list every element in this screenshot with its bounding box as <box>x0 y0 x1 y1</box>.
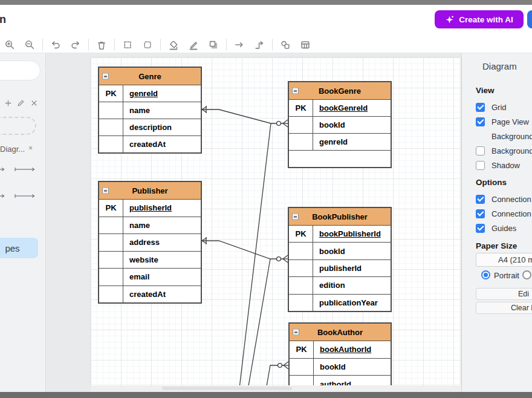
table-row[interactable]: PKbookAuthorId <box>290 341 391 358</box>
toolbar-separator <box>42 39 43 51</box>
checkbox-background-c[interactable]: Background C <box>462 143 532 158</box>
table-header[interactable]: BookAuthor <box>290 324 391 341</box>
line-color-icon[interactable] <box>186 38 201 52</box>
table-row[interactable]: name <box>99 102 201 119</box>
edit-pencil-icon[interactable] <box>16 99 26 108</box>
er-table-publisher[interactable]: PublisherPKpublisherIdnameaddresswebsite… <box>98 181 202 304</box>
field-cell: name <box>123 102 201 119</box>
table-row[interactable]: authorId <box>290 375 391 385</box>
table-row[interactable]: PKgenreId <box>99 85 201 102</box>
shape-preview-arrow[interactable] <box>0 191 6 202</box>
table-row[interactable]: bookId <box>290 358 391 376</box>
er-table-bookgenre[interactable]: BookGenrePKbookGenreIdbookIdgenreId <box>288 81 392 168</box>
collapse-icon[interactable] <box>292 88 299 94</box>
checkbox-grid[interactable]: Grid <box>462 100 532 114</box>
table-row[interactable]: publisherId <box>289 259 391 276</box>
checkbox-page-view[interactable]: Page View <box>462 114 532 129</box>
orientation-radio-group: Portrait <box>462 270 532 280</box>
shape-preview-line-arrow[interactable] <box>15 165 36 175</box>
empty-table-row[interactable] <box>289 150 391 167</box>
insert-shape-icon[interactable] <box>278 38 293 52</box>
close-icon[interactable] <box>30 99 39 108</box>
add-icon[interactable] <box>4 99 13 108</box>
shape-preview-line-arrow[interactable] <box>15 191 36 202</box>
checkbox[interactable] <box>476 209 485 218</box>
table-header[interactable]: Genre <box>99 68 201 85</box>
toolbar <box>0 36 532 53</box>
delete-icon[interactable] <box>94 38 109 52</box>
pk-cell <box>289 117 313 133</box>
table-row[interactable]: address <box>99 233 201 251</box>
secondary-action-button[interactable] <box>527 10 532 28</box>
undo-icon[interactable] <box>48 38 63 52</box>
pk-cell <box>99 269 123 285</box>
table-title: Genre <box>138 72 161 81</box>
collapse-icon[interactable] <box>293 329 299 336</box>
link-background[interactable]: Background <box>462 129 532 143</box>
connector-icon[interactable] <box>252 38 267 52</box>
zoom-in-icon[interactable] <box>2 38 17 52</box>
table-row[interactable]: bookId <box>289 116 391 133</box>
panel-tab-diagram[interactable]: Diagram <box>482 61 517 71</box>
horizontal-scrollbar-thumb[interactable] <box>162 387 292 390</box>
table-row[interactable]: bookId <box>289 242 391 259</box>
checkbox[interactable] <box>476 146 485 155</box>
table-header[interactable]: BookPublisher <box>289 208 391 225</box>
create-with-ai-label: Create with AI <box>459 15 513 24</box>
checkbox[interactable] <box>476 161 485 170</box>
table-row[interactable]: website <box>99 251 201 269</box>
collapse-icon[interactable] <box>102 73 109 80</box>
table-header[interactable]: Publisher <box>99 182 201 199</box>
landscape-radio[interactable] <box>522 270 531 279</box>
redo-icon[interactable] <box>68 38 83 52</box>
checkbox-shadow[interactable]: Shadow <box>462 158 532 172</box>
table-row[interactable]: createdAt <box>99 285 201 303</box>
edit-diagram-button[interactable]: Edi <box>476 288 532 300</box>
clear-default-style-button[interactable]: Clear D <box>476 302 532 314</box>
shadow-icon[interactable] <box>206 38 221 52</box>
insert-table-icon[interactable] <box>298 38 313 52</box>
er-table-bookpublisher[interactable]: BookPublisherPKbookPublisherIdbookIdpubl… <box>288 207 392 312</box>
table-row[interactable]: name <box>99 217 201 234</box>
horizontal-scrollbar-track[interactable] <box>91 385 461 392</box>
checkbox-guides[interactable]: Guides <box>462 221 532 235</box>
shape-preview-arrow[interactable] <box>0 165 6 175</box>
table-row[interactable]: edition <box>289 276 391 293</box>
er-table-genre[interactable]: GenrePKgenreIdnamedescriptioncreatedAt <box>98 67 202 154</box>
paste-size-icon[interactable] <box>140 38 155 52</box>
table-row[interactable]: publicationYear <box>289 294 391 311</box>
collapse-icon[interactable] <box>292 214 299 220</box>
create-with-ai-button[interactable]: Create with AI <box>435 10 524 28</box>
table-row[interactable]: PKbookGenreId <box>289 99 391 116</box>
fill-color-icon[interactable] <box>166 38 181 52</box>
shape-section-label[interactable]: Diagr... <box>0 145 25 154</box>
section-close-icon[interactable]: × <box>28 144 33 152</box>
table-header[interactable]: BookGenre <box>289 82 391 99</box>
table-row[interactable]: PKpublisherId <box>99 199 201 217</box>
diagram-canvas[interactable]: GenrePKgenreIdnamedescriptioncreatedAtBo… <box>46 53 461 385</box>
table-row[interactable]: createdAt <box>99 135 201 152</box>
table-row[interactable]: email <box>99 268 201 285</box>
checkbox[interactable] <box>476 117 485 126</box>
checkbox[interactable] <box>476 195 485 204</box>
toolbar-separator <box>88 39 89 51</box>
checkbox-label: Connection Po <box>491 209 532 218</box>
drop-elements-zone[interactable]: ere <box>0 117 36 135</box>
collapse-icon[interactable] <box>102 188 109 194</box>
paper-size-select[interactable]: A4 (210 mm <box>476 253 532 267</box>
document-title-fragment: n <box>0 13 6 26</box>
checkbox[interactable] <box>476 103 485 112</box>
checkbox[interactable] <box>476 224 485 233</box>
checkbox-connection-po[interactable]: Connection Po <box>462 206 532 221</box>
zoom-out-icon[interactable] <box>22 38 37 52</box>
search-input[interactable] <box>0 60 41 80</box>
arrow-icon[interactable] <box>232 38 247 52</box>
table-row[interactable]: PKbookPublisherId <box>289 225 391 242</box>
more-shapes-button[interactable]: pes <box>0 238 38 258</box>
portrait-radio[interactable] <box>481 270 490 279</box>
er-table-bookauthor[interactable]: BookAuthorPKbookAuthorIdbookIdauthorId <box>288 322 392 385</box>
copy-size-icon[interactable] <box>120 38 135 52</box>
checkbox-connection-ar[interactable]: Connection Ar <box>462 192 532 206</box>
table-row[interactable]: genreId <box>289 133 391 150</box>
table-row[interactable]: description <box>99 119 201 135</box>
